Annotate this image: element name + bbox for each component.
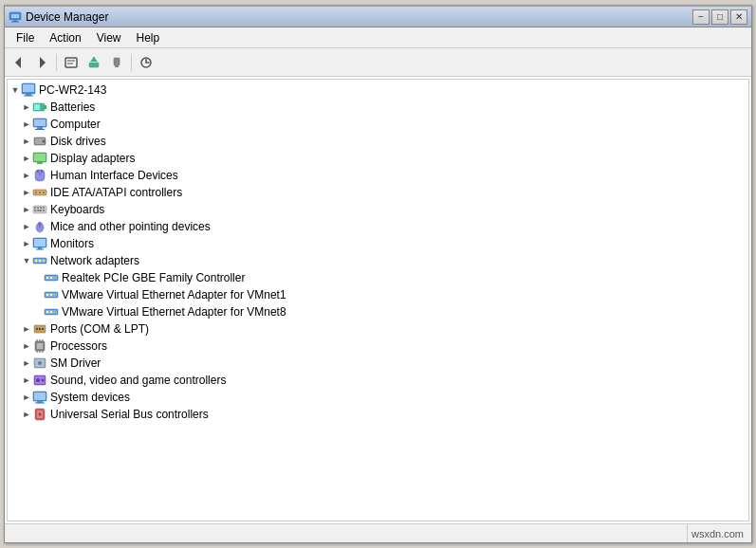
usb-toggle[interactable]: ► (21, 409, 32, 420)
svg-point-75 (36, 328, 38, 330)
svg-rect-54 (34, 239, 46, 247)
title-bar: Device Manager − □ ✕ (5, 7, 751, 27)
network-card-icon (44, 270, 59, 285)
processor-icon (32, 338, 47, 354)
svg-point-59 (35, 260, 37, 262)
menu-action[interactable]: Action (42, 29, 88, 46)
system-toggle[interactable]: ► (21, 392, 32, 403)
usb-icon (32, 407, 47, 422)
computer-icon (21, 82, 36, 98)
scan-hardware-button[interactable] (136, 52, 157, 73)
svg-rect-21 (34, 104, 40, 110)
properties-button[interactable] (61, 52, 82, 73)
window-icon (9, 10, 22, 24)
maximize-button[interactable]: □ (711, 9, 728, 25)
batteries-toggle[interactable]: ► (21, 101, 32, 113)
tree-root[interactable]: ▼ PC-WR2-143 (9, 82, 747, 99)
display-label: Display adapters (50, 152, 135, 165)
network-toggle[interactable]: ▼ (21, 255, 32, 266)
title-buttons: − □ ✕ (692, 9, 747, 25)
menu-help[interactable]: Help (129, 29, 168, 46)
tree-item-smdriver[interactable]: ► SM Driver (9, 355, 747, 372)
close-button[interactable]: ✕ (730, 9, 747, 25)
processors-toggle[interactable]: ► (21, 340, 32, 352)
svg-rect-94 (34, 393, 46, 400)
tree-item-processors[interactable]: ► Processors (9, 338, 747, 355)
back-button[interactable] (9, 52, 29, 73)
status-bar: wsxdn.com (5, 523, 751, 542)
tree-item-display[interactable]: ► Display adapters (9, 150, 747, 167)
tree-item-disk[interactable]: ► Disk drives (9, 133, 747, 150)
svg-point-40 (39, 192, 41, 193)
minimize-button[interactable]: − (692, 9, 710, 25)
tree-item-monitors[interactable]: ► Monitors (9, 235, 747, 252)
svg-rect-56 (36, 249, 44, 250)
realtek-label: Realtek PCIe GBE Family Controller (62, 271, 245, 284)
display-icon (32, 151, 47, 166)
svg-rect-3 (11, 21, 19, 22)
device-tree[interactable]: ▼ PC-WR2-143 ► (7, 79, 749, 521)
title-bar-left: Device Manager (9, 10, 108, 24)
update-driver-button[interactable] (83, 52, 104, 73)
svg-rect-43 (34, 207, 36, 209)
sound-icon (32, 373, 47, 388)
svg-marker-5 (40, 57, 46, 68)
monitors-toggle[interactable]: ► (21, 238, 32, 249)
svg-rect-47 (34, 210, 36, 211)
tree-item-mice[interactable]: ► Mice and other pointing devices (9, 218, 747, 235)
tree-item-batteries[interactable]: ► Batteries (9, 99, 747, 116)
computer-toggle[interactable]: ► (21, 119, 32, 130)
svg-rect-25 (35, 129, 45, 130)
svg-rect-79 (37, 343, 43, 349)
network-label: Network adapters (50, 254, 139, 267)
smdriver-label: SM Driver (50, 356, 101, 370)
mice-toggle[interactable]: ► (21, 221, 32, 232)
tree-item-hid[interactable]: ► Human Interface Devices (9, 167, 747, 184)
svg-point-29 (43, 140, 44, 141)
tree-item-computer[interactable]: ► Computer (9, 116, 747, 133)
sound-toggle[interactable]: ► (21, 374, 32, 386)
computer-label: Computer (50, 118, 101, 131)
sound-label: Sound, video and game controllers (50, 374, 226, 387)
svg-point-88 (38, 361, 42, 365)
tree-item-system[interactable]: ► System devices (9, 389, 747, 406)
keyboards-toggle[interactable]: ► (21, 204, 32, 215)
disk-icon (32, 134, 47, 149)
ports-toggle[interactable]: ► (21, 323, 32, 335)
monitors-label: Monitors (50, 237, 94, 250)
svg-rect-49 (43, 210, 45, 211)
menu-view[interactable]: View (89, 29, 129, 46)
tree-item-usb[interactable]: ► Universal Serial Bus controllers (9, 406, 747, 423)
tree-item-sound[interactable]: ► Sound, video and game controllers (9, 372, 747, 389)
tree-item-realtek[interactable]: ► Realtek PCIe GBE Family Controller (9, 269, 747, 286)
keyboard-icon (32, 202, 47, 217)
svg-rect-13 (115, 65, 119, 67)
bottom-right-text: wsxdn.com (688, 528, 747, 539)
toolbar-sep-1 (56, 54, 57, 71)
ide-toggle[interactable]: ► (21, 187, 32, 198)
vmnet1-label: VMware Virtual Ethernet Adapter for VMne… (62, 288, 286, 301)
ide-label: IDE ATA/ATAPI controllers (50, 186, 182, 199)
svg-point-72 (46, 311, 48, 313)
svg-rect-20 (45, 105, 46, 109)
vmnet8-label: VMware Virtual Ethernet Adapter for VMne… (62, 305, 286, 319)
smdriver-toggle[interactable]: ► (21, 357, 32, 369)
tree-item-ide[interactable]: ► IDE ATA/ATAPI controllers (9, 184, 747, 201)
tree-item-vmnet1[interactable]: ► VMware Virtual Ethernet Adapter for VM… (9, 286, 747, 303)
svg-rect-12 (114, 58, 120, 65)
disable-button[interactable] (106, 52, 127, 73)
ports-icon (32, 321, 47, 337)
forward-button[interactable] (31, 52, 52, 73)
display-toggle[interactable]: ► (21, 153, 32, 164)
tree-item-network[interactable]: ▼ Network adapters (9, 252, 747, 269)
tree-item-vmnet8[interactable]: ► VMware Virtual Ethernet Adapter for VM… (9, 303, 747, 320)
tree-item-keyboards[interactable]: ► Keyboards (9, 201, 747, 218)
menu-file[interactable]: File (9, 29, 42, 46)
root-toggle[interactable]: ▼ (9, 84, 21, 96)
scan-icon (138, 55, 154, 70)
tree-item-ports[interactable]: ► Ports (COM & LPT) (9, 320, 747, 338)
disk-toggle[interactable]: ► (21, 136, 32, 147)
mice-label: Mice and other pointing devices (50, 220, 211, 233)
svg-rect-23 (34, 119, 46, 126)
hid-toggle[interactable]: ► (21, 170, 32, 181)
